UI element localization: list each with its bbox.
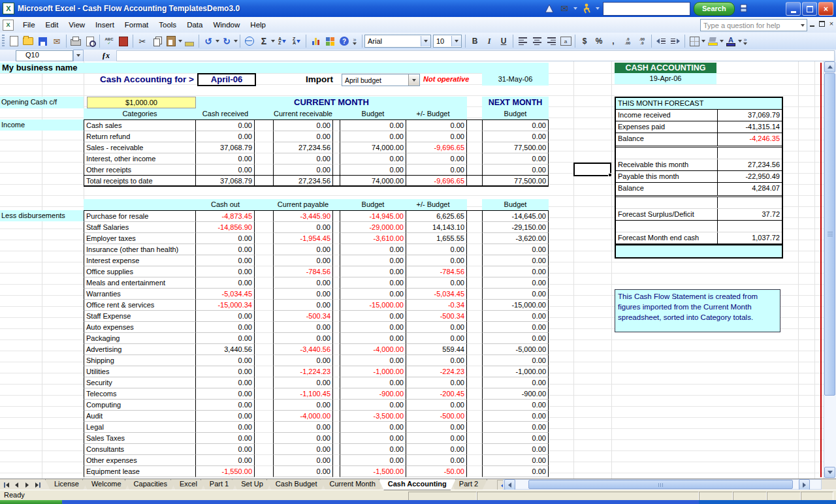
current-receivable-cell[interactable]: 0.00 bbox=[273, 153, 333, 165]
sheet-tab[interactable]: Cash Accounting bbox=[379, 479, 456, 490]
forecast-value[interactable]: 1,037.72 bbox=[718, 232, 782, 244]
col-header-categories[interactable]: Categories bbox=[84, 108, 196, 119]
comma-button[interactable]: , bbox=[607, 35, 620, 48]
plusminus-budget-cell[interactable]: 0.00 bbox=[406, 422, 467, 433]
cash-out-cell[interactable]: 0.00 bbox=[196, 233, 255, 244]
category-cell[interactable]: Interest, other income bbox=[84, 153, 196, 165]
category-cell[interactable]: Sales - receivable bbox=[84, 142, 196, 153]
current-payable-cell[interactable]: 0.00 bbox=[273, 222, 333, 233]
horizontal-scrollbar[interactable] bbox=[503, 479, 822, 490]
scroll-down-icon[interactable] bbox=[824, 467, 835, 478]
menu-item[interactable]: Data bbox=[182, 18, 208, 31]
budget-cell[interactable]: 0.00 bbox=[340, 422, 406, 433]
current-payable-cell[interactable]: 0.00 bbox=[273, 244, 333, 255]
plusminus-budget-cell[interactable]: 0.00 bbox=[406, 333, 467, 344]
decrease-decimal-icon[interactable]: .00.0 bbox=[635, 35, 649, 48]
last-sheet-icon[interactable] bbox=[33, 480, 42, 490]
next-month-budget-header2[interactable]: Budget bbox=[482, 199, 549, 210]
permission-mail-icon[interactable]: ✉ bbox=[50, 35, 63, 48]
cash-out-cell[interactable]: 0.00 bbox=[196, 266, 255, 277]
next-month-date-cell[interactable]: 31-May-06 bbox=[482, 73, 549, 86]
category-cell[interactable]: Sales Taxes bbox=[84, 433, 196, 444]
cash-out-cell[interactable]: 0.00 bbox=[196, 433, 255, 444]
budget-cell[interactable]: 0.00 bbox=[340, 455, 406, 466]
next-month-budget-cell[interactable]: 0.00 bbox=[482, 444, 549, 455]
menu-item[interactable]: Help bbox=[245, 18, 271, 31]
open-icon[interactable] bbox=[22, 35, 35, 48]
forecast-value[interactable]: 27,234.56 bbox=[718, 159, 782, 170]
search-button[interactable]: Search bbox=[694, 2, 735, 16]
percent-button[interactable]: % bbox=[592, 35, 605, 48]
sidebar-toggle-icon[interactable] bbox=[738, 3, 750, 14]
hyperlink-icon[interactable] bbox=[243, 35, 256, 48]
scroll-up-icon[interactable] bbox=[824, 61, 835, 72]
category-cell[interactable]: Consultants bbox=[84, 444, 196, 455]
format-overflow-icon[interactable]: » bbox=[743, 38, 747, 45]
current-payable-cell[interactable]: -3,440.56 bbox=[273, 344, 333, 355]
next-month-budget-cell[interactable]: 77,500.00 bbox=[482, 142, 549, 153]
category-cell[interactable]: Equipment lease bbox=[84, 466, 196, 477]
budget-cell[interactable]: 0.00 bbox=[340, 120, 406, 131]
current-payable-cell[interactable]: 0.00 bbox=[273, 289, 333, 300]
current-payable-cell[interactable]: 0.00 bbox=[273, 355, 333, 366]
next-month-budget-header[interactable]: Budget bbox=[482, 108, 549, 119]
next-month-budget-cell[interactable]: 0.00 bbox=[482, 333, 549, 344]
forecast-value[interactable]: 4,284.07 bbox=[718, 183, 782, 195]
bold-button[interactable]: B bbox=[468, 35, 481, 48]
sheet-tab[interactable]: Part 1 bbox=[201, 479, 238, 490]
col-header-plusminus-budget2[interactable]: +/- Budget bbox=[394, 199, 472, 210]
budget-cell[interactable]: -4,000.00 bbox=[340, 344, 406, 355]
category-cell[interactable]: Other receipts bbox=[84, 165, 196, 176]
category-cell[interactable]: Other expenses bbox=[84, 455, 196, 466]
help-icon[interactable]: ? bbox=[338, 35, 351, 48]
next-month-budget-cell[interactable]: -900.00 bbox=[482, 388, 549, 400]
forecast-label[interactable]: Forecast Month end cash bbox=[616, 232, 718, 244]
next-month-budget-cell[interactable]: -15,000.00 bbox=[482, 300, 549, 311]
workbook-minimize-icon[interactable] bbox=[809, 20, 815, 27]
italic-button[interactable]: I bbox=[483, 35, 496, 48]
decrease-indent-icon[interactable] bbox=[654, 35, 667, 48]
current-payable-cell[interactable]: 0.00 bbox=[273, 277, 333, 289]
forecast-label[interactable]: Balance bbox=[616, 183, 718, 195]
menu-item[interactable]: Format bbox=[120, 18, 153, 31]
current-payable-cell[interactable]: 0.00 bbox=[273, 322, 333, 333]
plusminus-budget-cell[interactable]: -500.34 bbox=[406, 311, 467, 322]
current-payable-cell[interactable]: -1,100.45 bbox=[273, 388, 333, 400]
next-month-budget-cell[interactable]: -3,620.00 bbox=[482, 233, 549, 244]
sheet-tab[interactable]: License bbox=[45, 479, 88, 490]
print-preview-icon[interactable] bbox=[84, 35, 97, 48]
cash-out-cell[interactable]: 0.00 bbox=[196, 255, 255, 266]
plusminus-budget-cell[interactable]: 0.00 bbox=[406, 131, 467, 142]
aim-running-man-icon[interactable] bbox=[581, 3, 592, 14]
total-budget[interactable]: 74,000.00 bbox=[340, 175, 406, 187]
start-button[interactable] bbox=[0, 500, 62, 504]
plusminus-budget-cell[interactable]: -50.00 bbox=[406, 466, 467, 477]
forecast-title[interactable]: THIS MONTH FORECAST bbox=[616, 98, 782, 110]
horizontal-scroll-thumb[interactable] bbox=[528, 480, 793, 489]
cash-out-cell[interactable]: 3,440.56 bbox=[196, 344, 255, 355]
sheet-tab[interactable]: Part 2 bbox=[450, 479, 487, 490]
autosum-icon[interactable]: Σ bbox=[257, 35, 270, 48]
budget-cell[interactable]: 0.00 bbox=[340, 377, 406, 388]
total-cash-received[interactable]: 37,068.79 bbox=[196, 175, 255, 187]
budget-cell[interactable]: 0.00 bbox=[340, 165, 406, 176]
month-cell[interactable]: April-06 bbox=[197, 73, 256, 86]
current-payable-cell[interactable]: -784.56 bbox=[273, 266, 333, 277]
menu-item[interactable]: Window bbox=[208, 18, 245, 31]
next-month-budget-cell[interactable]: 0.00 bbox=[482, 355, 549, 366]
next-month-budget-cell[interactable]: 0.00 bbox=[482, 266, 549, 277]
cash-out-cell[interactable]: 0.00 bbox=[196, 322, 255, 333]
budget-cell[interactable]: -1,000.00 bbox=[340, 366, 406, 377]
forecast-value[interactable] bbox=[718, 148, 782, 159]
cash-out-cell[interactable]: 0.00 bbox=[196, 333, 255, 344]
menu-item[interactable]: Edit bbox=[40, 18, 64, 31]
current-payable-cell[interactable]: 0.00 bbox=[273, 433, 333, 444]
budget-cell[interactable]: -3,500.00 bbox=[340, 411, 406, 422]
cash-out-cell[interactable]: 0.00 bbox=[196, 411, 255, 422]
underline-button[interactable]: U bbox=[497, 35, 510, 48]
next-month-budget-cell[interactable]: -5,000.00 bbox=[482, 344, 549, 355]
budget-cell[interactable]: -3,610.00 bbox=[340, 233, 406, 244]
increase-indent-icon[interactable] bbox=[669, 35, 682, 48]
import-dropdown-icon[interactable] bbox=[408, 74, 419, 86]
cash-received-cell[interactable]: 0.00 bbox=[196, 165, 255, 176]
